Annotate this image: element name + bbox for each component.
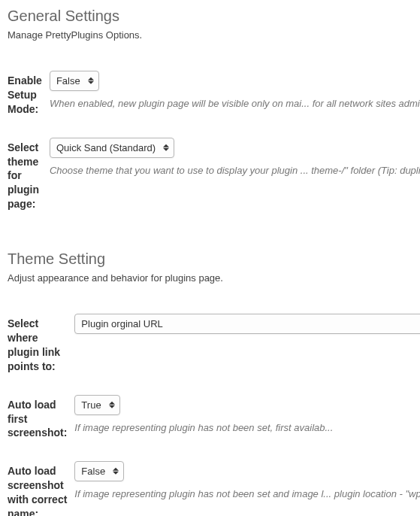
auto-first-select[interactable]: True	[74, 395, 119, 415]
link-points-select[interactable]: Plugin orginal URL	[74, 314, 420, 334]
auto-correct-help: If image representing plugin has not bee…	[74, 487, 420, 502]
select-theme-help: Choose theme that you want to use to dis…	[50, 164, 420, 178]
theme-setting-desc: Adjust appearance and behavior for plugi…	[8, 272, 420, 284]
auto-first-label: Auto load first screenshot:	[8, 386, 74, 453]
updown-caret-icon	[88, 75, 94, 86]
enable-setup-label: Enable Setup Mode:	[8, 62, 50, 129]
theme-setting-title: Theme Setting	[8, 250, 420, 268]
select-theme-value: Quick Sand (Standard)	[56, 142, 156, 153]
auto-correct-label: Auto load screenshot with correct name:	[8, 452, 74, 516]
general-settings-title: General Settings	[8, 8, 420, 25]
auto-correct-value: False	[81, 466, 105, 477]
link-points-value: Plugin orginal URL	[81, 318, 162, 329]
general-settings-table: Enable Setup Mode: False When enabled, n…	[8, 62, 420, 223]
enable-setup-value: False	[56, 75, 80, 87]
select-theme-label: Select theme for plugin page:	[8, 129, 50, 223]
theme-setting-table: Select where plugin link points to: Plug…	[8, 305, 420, 516]
auto-first-help: If image representing plugin has not bee…	[74, 421, 420, 436]
enable-setup-help: When enabled, new plugin page will be vi…	[50, 97, 420, 111]
auto-first-value: True	[81, 399, 101, 411]
select-theme-select[interactable]: Quick Sand (Standard)	[50, 138, 174, 158]
link-points-label: Select where plugin link points to:	[8, 305, 74, 386]
general-settings-desc: Manage PrettyPlugins Options.	[8, 29, 420, 41]
auto-correct-select[interactable]: False	[74, 461, 124, 481]
enable-setup-select[interactable]: False	[50, 71, 99, 91]
updown-caret-icon	[113, 466, 119, 477]
updown-caret-icon	[163, 142, 169, 153]
updown-caret-icon	[109, 399, 115, 410]
